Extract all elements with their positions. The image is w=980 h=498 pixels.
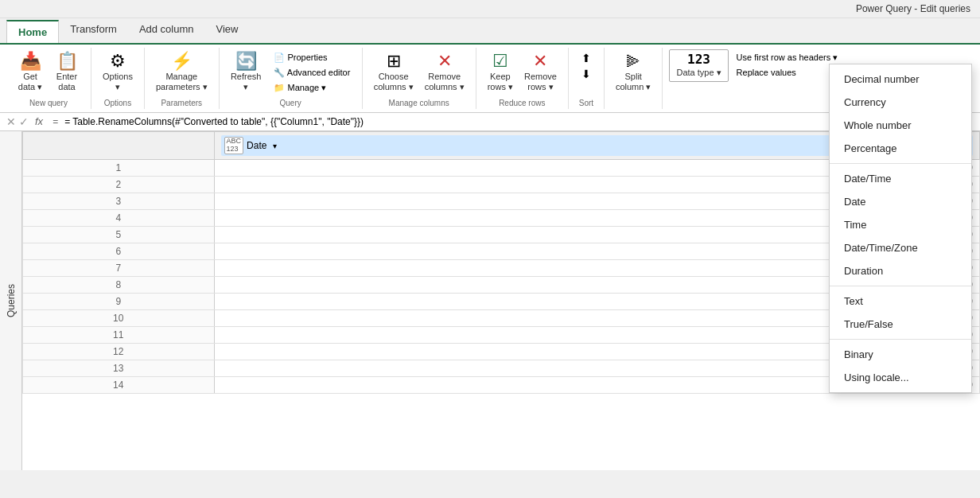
dropdown-divider	[830, 339, 971, 340]
replace-values-button[interactable]: Replace values	[732, 66, 843, 79]
dropdown-item-percentage[interactable]: Percentage	[830, 137, 971, 160]
reduce-rows-label: Reduce rows	[499, 95, 545, 107]
tab-transform[interactable]: Transform	[59, 18, 128, 43]
ribbon-group-transform: 123 Data type ▾ Use first row as headers…	[663, 48, 849, 109]
split-column-button[interactable]: ⫸ Splitcolumn ▾	[611, 49, 656, 95]
data-type-icon: 123	[687, 53, 710, 66]
row-number: 9	[23, 294, 215, 310]
parameters-buttons: ⚡ Manageparameters ▾	[151, 49, 212, 95]
row-number: 14	[23, 377, 215, 394]
sort-label: Sort	[579, 95, 593, 107]
remove-columns-button[interactable]: ✕ Removecolumns ▾	[420, 49, 469, 95]
ribbon-group-parameters: ⚡ Manageparameters ▾ Parameters	[145, 48, 220, 109]
tab-view[interactable]: View	[205, 18, 250, 43]
refresh-icon: 🔄	[235, 53, 257, 70]
ribbon-group-split-column: ⫸ Splitcolumn ▾	[605, 48, 663, 109]
use-first-row-button[interactable]: Use first row as headers ▾	[732, 51, 843, 64]
column-name: Date	[247, 140, 266, 151]
data-type-dropdown: Decimal numberCurrencyWhole numberPercen…	[829, 64, 972, 393]
app-title: Power Query - Edit queries	[856, 3, 970, 14]
enter-data-button[interactable]: 📋 Enterdata	[49, 49, 84, 95]
row-number: 4	[23, 210, 215, 227]
ribbon-tabs: Home Transform Add column View	[0, 18, 980, 45]
new-query-label: New query	[29, 95, 68, 107]
remove-rows-icon: ✕	[533, 53, 547, 70]
choose-columns-button[interactable]: ⊞ Choosecolumns ▾	[369, 49, 418, 95]
new-query-buttons: 📥 Getdata ▾ 📋 Enterdata	[13, 49, 84, 95]
dropdown-divider	[830, 163, 971, 164]
remove-rows-button[interactable]: ✕ Removerows ▾	[519, 49, 562, 95]
ribbon-group-reduce-rows: ☑ Keeprows ▾ ✕ Removerows ▾ Reduce rows	[476, 48, 569, 109]
options-buttons: ⚙ Options▾	[98, 49, 138, 95]
get-data-button[interactable]: 📥 Getdata ▾	[13, 49, 48, 95]
dropdown-item-whole-number[interactable]: Whole number	[830, 114, 971, 137]
enter-data-icon: 📋	[56, 53, 78, 70]
reduce-rows-buttons: ☑ Keeprows ▾ ✕ Removerows ▾	[483, 49, 562, 95]
cancel-formula-button[interactable]: ✕	[6, 115, 16, 128]
advanced-editor-button[interactable]: 🔧 Advanced editor	[269, 66, 355, 80]
row-number: 5	[23, 227, 215, 243]
row-number: 3	[23, 193, 215, 210]
dropdown-item-duration[interactable]: Duration	[830, 259, 971, 282]
split-column-buttons: ⫸ Splitcolumn ▾	[611, 49, 656, 104]
dropdown-item-decimal-number[interactable]: Decimal number	[830, 68, 971, 91]
column-type-icon: ABC123	[224, 137, 244, 154]
choose-columns-icon: ⊞	[387, 53, 401, 70]
keep-rows-icon: ☑	[492, 53, 508, 70]
query-label: Query	[280, 95, 301, 107]
ribbon-group-query: 🔄 Refresh▾ 📄 Properties 🔧 Advanced edito…	[220, 48, 363, 109]
keep-rows-button[interactable]: ☑ Keeprows ▾	[483, 49, 518, 95]
ribbon-group-manage-columns: ⊞ Choosecolumns ▾ ✕ Removecolumns ▾ Mana…	[363, 48, 476, 109]
refresh-button[interactable]: 🔄 Refresh▾	[226, 49, 266, 95]
remove-columns-icon: ✕	[438, 53, 452, 70]
dropdown-item-date[interactable]: Date	[830, 190, 971, 213]
row-number: 11	[23, 327, 215, 344]
ribbon-group-sort: ⬆ ⬇ Sort	[569, 48, 605, 109]
options-icon: ⚙	[110, 53, 126, 70]
dropdown-item-time[interactable]: Time	[830, 213, 971, 236]
dropdown-item-datetimezone[interactable]: Date/Time/Zone	[830, 236, 971, 259]
dropdown-item-binary[interactable]: Binary	[830, 343, 971, 366]
row-number: 12	[23, 344, 215, 360]
formula-controls: ✕ ✓ fx	[6, 115, 43, 128]
tab-add-column[interactable]: Add column	[128, 18, 205, 43]
sort-descending-button[interactable]: ⬇	[578, 67, 594, 81]
queries-panel[interactable]: Queries	[0, 131, 22, 470]
parameters-label: Parameters	[161, 95, 202, 107]
sort-ascending-button[interactable]: ⬆	[578, 51, 594, 65]
manage-columns-label: Manage columns	[389, 95, 449, 107]
properties-button[interactable]: 📄 Properties	[269, 51, 355, 64]
equals-sign: =	[52, 116, 58, 127]
dropdown-item-text[interactable]: Text	[830, 290, 971, 313]
ribbon-group-new-query: 📥 Getdata ▾ 📋 Enterdata New query	[6, 48, 91, 109]
dropdown-item-truefalse[interactable]: True/False	[830, 313, 971, 336]
split-column-icon: ⫸	[624, 53, 642, 70]
row-number: 6	[23, 243, 215, 260]
row-number: 13	[23, 360, 215, 377]
manage-parameters-icon: ⚡	[171, 53, 192, 70]
manage-parameters-button[interactable]: ⚡ Manageparameters ▾	[151, 49, 212, 95]
get-data-icon: 📥	[20, 53, 41, 70]
manage-button[interactable]: 📁 Manage ▾	[269, 81, 355, 95]
confirm-formula-button[interactable]: ✓	[19, 115, 29, 128]
options-button[interactable]: ⚙ Options▾	[98, 49, 138, 95]
tab-home[interactable]: Home	[6, 20, 59, 43]
row-number: 8	[23, 277, 215, 294]
manage-columns-buttons: ⊞ Choosecolumns ▾ ✕ Removecolumns ▾	[369, 49, 469, 95]
dropdown-item-using-locale[interactable]: Using locale...	[830, 366, 971, 389]
ribbon-group-options: ⚙ Options▾ Options	[91, 48, 145, 109]
row-number: 2	[23, 177, 215, 193]
options-label: Options	[104, 95, 131, 107]
queries-label: Queries	[6, 284, 17, 317]
title-bar: Power Query - Edit queries	[0, 0, 980, 18]
data-type-button[interactable]: 123 Data type ▾	[669, 49, 728, 82]
row-number: 1	[23, 160, 215, 177]
row-number: 10	[23, 310, 215, 327]
fx-label: fx	[35, 115, 43, 128]
dropdown-item-currency[interactable]: Currency	[830, 91, 971, 114]
row-number: 7	[23, 260, 215, 277]
sort-buttons: ⬆ ⬇	[575, 49, 597, 83]
column-dropdown-arrow[interactable]: ▾	[273, 142, 277, 150]
dropdown-item-datetime[interactable]: Date/Time	[830, 167, 971, 190]
dropdown-divider	[830, 286, 971, 286]
